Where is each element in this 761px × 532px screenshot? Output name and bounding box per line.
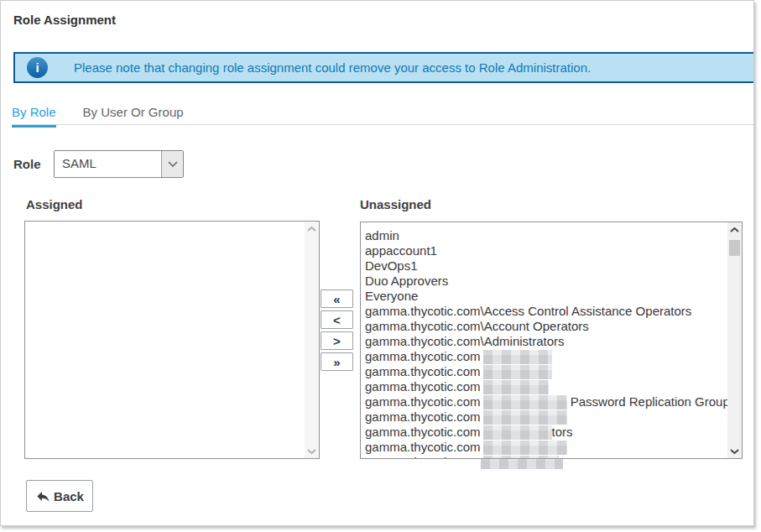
list-item[interactable]: admin [365, 228, 727, 243]
move-selected-to-assigned-button[interactable]: < [321, 310, 353, 329]
list-item[interactable]: gamma.thycotic.com [365, 455, 727, 458]
redacted-text [483, 456, 559, 458]
list-item[interactable]: DevOps1 [365, 258, 727, 274]
list-item[interactable]: gamma.thycotic.com [365, 364, 727, 379]
list-item-suffix: tors [552, 425, 573, 439]
list-item[interactable]: gamma.thycotic.com\Administrators [365, 334, 727, 349]
list-item-prefix: gamma.thycotic.com [365, 455, 481, 458]
unassigned-scrollbar[interactable] [727, 222, 742, 458]
role-assignment-page: Role Assignment i Please note that chang… [0, 0, 754, 526]
list-item-suffix: Password Replication Group [567, 394, 727, 409]
unassigned-list[interactable]: adminappaccount1DevOps1Duo ApproversEver… [361, 222, 727, 458]
list-item-prefix: gamma.thycotic.com [365, 394, 481, 409]
tab-divider [12, 124, 753, 125]
back-button[interactable]: Back [26, 480, 93, 512]
move-selected-to-unassigned-button[interactable]: > [321, 331, 353, 350]
unassigned-list-label: Unassigned [360, 197, 431, 211]
scroll-up-icon[interactable] [727, 222, 742, 237]
transfer-button-group: « < > » [321, 289, 353, 371]
redacted-text [483, 395, 567, 409]
chevron-down-icon[interactable] [161, 151, 183, 177]
redacted-text [483, 350, 552, 364]
list-item-prefix: gamma.thycotic.com [365, 349, 481, 363]
assigned-list[interactable] [25, 222, 305, 458]
list-item[interactable]: gamma.thycotic.com\Account Operators [365, 319, 727, 334]
back-button-label: Back [54, 489, 84, 503]
list-item[interactable]: gamma.thycotic.com [365, 409, 727, 425]
info-banner-text: Please note that changing role assignmen… [74, 60, 591, 75]
assigned-scrollbar[interactable] [305, 222, 319, 458]
redacted-region [481, 459, 563, 469]
list-item[interactable]: gamma.thycotic.comtors [365, 425, 727, 440]
redacted-text [483, 365, 552, 379]
list-item-prefix: gamma.thycotic.com [365, 409, 481, 424]
list-item[interactable]: gamma.thycotic.com Password Replication … [365, 394, 727, 409]
scroll-down-icon[interactable] [727, 444, 742, 458]
unassigned-listbox[interactable]: adminappaccount1DevOps1Duo ApproversEver… [360, 222, 743, 459]
redacted-text [483, 410, 567, 425]
info-icon: i [27, 57, 48, 78]
scroll-down-icon[interactable] [305, 444, 319, 458]
info-banner: i Please note that changing role assignm… [13, 52, 753, 83]
list-item[interactable]: Duo Approvers [365, 274, 727, 289]
role-field-label: Role [13, 157, 41, 171]
list-item-prefix: gamma.thycotic.com [365, 364, 481, 378]
move-all-to-unassigned-button[interactable]: » [321, 352, 353, 371]
list-item[interactable]: Everyone [365, 289, 727, 304]
role-dropdown[interactable]: SAML [54, 150, 184, 178]
list-item[interactable]: gamma.thycotic.com [365, 440, 727, 455]
scroll-up-icon[interactable] [305, 222, 319, 236]
back-arrow-icon [35, 488, 51, 504]
redacted-text [483, 380, 549, 394]
list-item-prefix: gamma.thycotic.com [365, 425, 481, 439]
list-item[interactable]: appaccount1 [365, 243, 727, 258]
list-item-prefix: gamma.thycotic.com [365, 379, 481, 394]
list-item[interactable]: gamma.thycotic.com [365, 379, 727, 394]
list-item[interactable]: gamma.thycotic.com [365, 349, 727, 364]
role-dropdown-value: SAML [55, 151, 161, 177]
list-item-prefix: gamma.thycotic.com [365, 440, 481, 454]
scrollbar-thumb[interactable] [729, 240, 740, 256]
list-item[interactable]: gamma.thycotic.com\Access Control Assist… [365, 304, 727, 319]
redacted-text [483, 441, 567, 455]
move-all-to-assigned-button[interactable]: « [321, 289, 353, 308]
page-title: Role Assignment [13, 13, 116, 27]
assigned-listbox[interactable] [24, 221, 320, 459]
assigned-list-label: Assigned [26, 197, 83, 211]
redacted-text [483, 425, 552, 440]
